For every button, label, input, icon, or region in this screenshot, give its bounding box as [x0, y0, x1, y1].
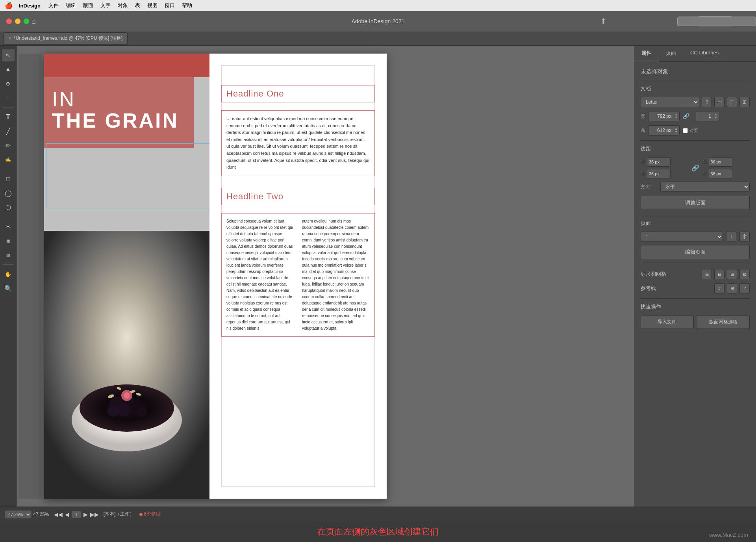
- menu-edit[interactable]: 编辑: [66, 2, 76, 9]
- first-page-button[interactable]: ◀◀: [54, 511, 63, 518]
- height-stepper[interactable]: ▲ ▼: [674, 127, 678, 134]
- zoom-control[interactable]: 47.25% 47.25%: [5, 510, 49, 518]
- menu-layout[interactable]: 版面: [83, 2, 93, 9]
- headline-two-box[interactable]: Headline Two: [221, 188, 375, 205]
- gradient-feather-tool[interactable]: ▨: [2, 249, 15, 261]
- tab-properties[interactable]: 属性: [634, 46, 659, 61]
- pencil-tool[interactable]: ✍: [2, 153, 15, 166]
- pen-tool[interactable]: ✏: [2, 139, 15, 152]
- direct-select-tool[interactable]: ▲: [2, 63, 15, 76]
- text-tool[interactable]: T: [2, 111, 15, 123]
- adjust-page-button[interactable]: 调整版面: [641, 196, 750, 210]
- margin-grid: ⬛ ⬛ 🔗: [641, 157, 750, 178]
- page-right-content: Headline One Ut eatur aut estiunt veliqu…: [209, 54, 387, 499]
- page-size-icon-btn[interactable]: ⬚: [727, 97, 737, 107]
- guide-icon-3[interactable]: ↗: [739, 283, 750, 293]
- title-bar: ⌂ Adobe InDesign 2021 ⬆ 属性 基本功能 ▾: [0, 11, 756, 32]
- close-button[interactable]: [6, 19, 12, 24]
- gap-tool[interactable]: ↔: [2, 91, 15, 104]
- menu-object[interactable]: 对象: [118, 2, 128, 9]
- delete-page-button[interactable]: 🗑: [739, 232, 750, 242]
- menu-help[interactable]: 帮助: [182, 2, 192, 9]
- select-tool[interactable]: ↖: [2, 49, 15, 61]
- margin-right-input[interactable]: [711, 171, 730, 176]
- scissors-tool[interactable]: ✂: [2, 220, 15, 233]
- guide-icon-2[interactable]: ⊟: [727, 283, 737, 293]
- menu-text[interactable]: 文字: [100, 2, 111, 9]
- document-tab[interactable]: ✕ *Understand_frames.indd @ 47% [GPU 预览]…: [3, 32, 128, 45]
- width-stepper[interactable]: ▲ ▼: [674, 113, 678, 119]
- watermark-text: www.MacZ.com: [709, 532, 748, 538]
- home-icon[interactable]: ⌂: [32, 17, 36, 26]
- hand-tool[interactable]: ✋: [2, 268, 15, 280]
- maximize-button[interactable]: [24, 19, 29, 24]
- zoom-tool[interactable]: 🔍: [2, 282, 15, 295]
- portrait-icon-btn[interactable]: ▯: [702, 97, 712, 107]
- grain-overlay[interactable]: IN THE GRAIN: [44, 77, 194, 148]
- page-tool[interactable]: ⊕: [2, 77, 15, 90]
- prev-page-button[interactable]: ◀: [65, 511, 69, 518]
- direction-select[interactable]: 水平: [660, 182, 750, 192]
- ellipse-tool[interactable]: ◯: [2, 187, 15, 199]
- guide-icons: # ⊟ ↗: [714, 283, 750, 293]
- columns-input[interactable]: [698, 111, 713, 121]
- margin-top-row: ⬛: [641, 157, 688, 167]
- tab-pages[interactable]: 页面: [659, 46, 683, 61]
- errors-indicator[interactable]: 6个错误: [139, 511, 161, 518]
- two-col-text[interactable]: Soluptinti consequa volum et laut volupt…: [221, 213, 375, 337]
- quick-actions-row: 导入文件 版面网格选项: [641, 315, 750, 329]
- columns-stepper[interactable]: ▲ ▼: [714, 113, 717, 119]
- gradient-tool[interactable]: ▦: [2, 234, 15, 247]
- add-page-button[interactable]: +: [726, 232, 736, 242]
- apple-menu[interactable]: 🍎: [5, 2, 13, 9]
- headline-one-container[interactable]: Headline One Ut eatur aut estiunt veliqu…: [221, 85, 375, 176]
- headline-two-container[interactable]: Headline Two Soluptinti consequa volum e…: [221, 188, 375, 337]
- margin-chain-icon[interactable]: 🔗: [691, 164, 699, 172]
- canvas-area[interactable]: IN THE GRAIN: [17, 46, 634, 507]
- menu-window[interactable]: 窗口: [165, 2, 175, 9]
- rectangle-frame-tool[interactable]: ⬚: [2, 173, 15, 185]
- guide-icon-1[interactable]: #: [714, 283, 724, 293]
- tab-cc-libraries[interactable]: CC Libraries: [683, 46, 726, 61]
- search-input[interactable]: [677, 17, 756, 26]
- facing-icon-btn[interactable]: ⊞: [739, 97, 750, 107]
- menu-file[interactable]: 文件: [48, 2, 59, 9]
- menu-view[interactable]: 视图: [147, 2, 158, 9]
- doc-size-select[interactable]: Letter: [641, 97, 699, 107]
- no-selection-label: 未选择对象: [641, 68, 750, 75]
- last-page-button[interactable]: ▶▶: [90, 511, 99, 518]
- grid-icon-3[interactable]: ⊠: [739, 269, 750, 279]
- facing-pages-checkbox[interactable]: [683, 128, 688, 133]
- edit-page-button[interactable]: 编辑页面: [641, 245, 750, 259]
- margin-left-input[interactable]: [711, 160, 730, 164]
- traffic-lights: [6, 19, 29, 24]
- zoom-select[interactable]: 47.25%: [5, 510, 32, 518]
- landscape-icon-btn[interactable]: ▭: [714, 97, 724, 107]
- grid-icon-2[interactable]: ⊞: [727, 269, 737, 279]
- page-select[interactable]: 1: [641, 232, 723, 242]
- share-icon[interactable]: ⬆: [600, 17, 606, 26]
- link-icon: 🔗: [683, 113, 689, 119]
- tab-close-icon[interactable]: ✕: [8, 36, 11, 41]
- grid-icon-1[interactable]: ⊟: [714, 269, 724, 279]
- facing-pages-label[interactable]: 对页: [683, 128, 698, 134]
- ruler-icon[interactable]: ⊞: [702, 269, 712, 279]
- menu-items: 文件 编辑 版面 文字 对象 表 视图 窗口 帮助: [48, 2, 192, 9]
- margin-right-side: ⬛ ⬛: [702, 157, 750, 178]
- import-file-button[interactable]: 导入文件: [641, 315, 694, 329]
- line-tool[interactable]: ╱: [2, 125, 15, 137]
- margin-bottom-input[interactable]: [649, 171, 669, 176]
- width-input[interactable]: [650, 111, 674, 121]
- next-page-button[interactable]: ▶: [83, 511, 88, 518]
- grid-options-button[interactable]: 版面网格选项: [697, 315, 750, 329]
- headline-one-box[interactable]: Headline One: [221, 85, 375, 102]
- height-input[interactable]: [650, 125, 674, 136]
- polygon-tool[interactable]: ⬡: [2, 201, 15, 213]
- body-text-1[interactable]: Ut eatur aut estiunt veliquatias exped m…: [221, 110, 375, 176]
- width-input-group: ▲ ▼: [648, 111, 680, 121]
- menu-table[interactable]: 表: [135, 2, 140, 9]
- margin-top-input[interactable]: [649, 160, 669, 164]
- minimize-button[interactable]: [15, 19, 20, 24]
- margin-top-icon: ⬛: [641, 160, 645, 164]
- left-toolbar: ↖ ▲ ⊕ ↔ T ╱ ✏ ✍ ⬚ ◯ ⬡ ✂ ▦ ▨ ✋ 🔍: [0, 46, 17, 507]
